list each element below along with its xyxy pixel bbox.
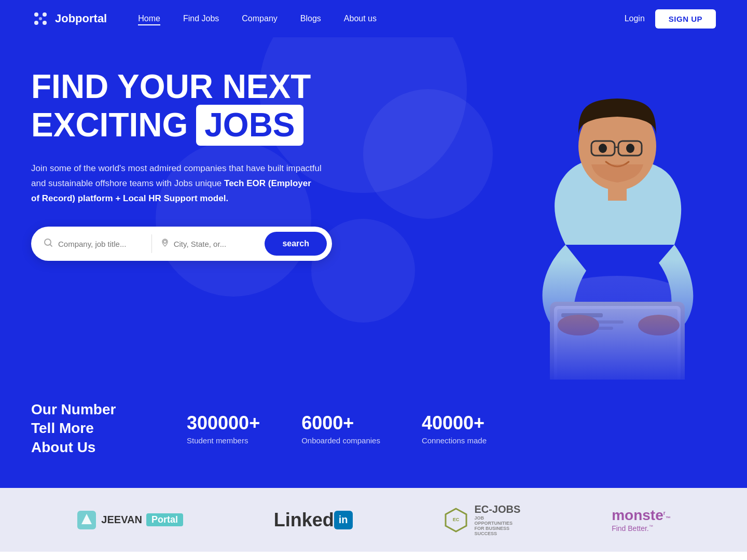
stat-connections-value: 40000+ bbox=[422, 412, 487, 434]
partners-section: JEEVAN Portal Linked in EC EC-JOBS JOB O… bbox=[0, 488, 747, 552]
svg-line-6 bbox=[50, 244, 52, 246]
hero-title-line1: FIND YOUR NEXT bbox=[31, 68, 394, 105]
stat-companies-label: Onboarded companies bbox=[301, 436, 380, 445]
hero-description: Join some of the world's most admired co… bbox=[31, 161, 322, 206]
search-divider bbox=[151, 234, 152, 253]
stats-items: 300000+ Student members 6000+ Onboarded … bbox=[187, 412, 487, 445]
jobs-badge: JOBS bbox=[196, 105, 303, 145]
logo-icon bbox=[31, 9, 50, 28]
search-button[interactable]: search bbox=[265, 232, 327, 256]
ecjobs-partner-logo: EC EC-JOBS JOB OPPORTUNITIES FOR BUSINES… bbox=[443, 503, 521, 536]
svg-point-1 bbox=[43, 12, 47, 17]
svg-rect-25 bbox=[482, 79, 742, 380]
nav-links: Home Find Jobs Company Blogs About us bbox=[138, 14, 624, 23]
brand-logo[interactable]: Jobportal bbox=[31, 9, 107, 28]
svg-point-0 bbox=[34, 12, 38, 17]
hero-title-exciting: EXCITING bbox=[31, 107, 188, 143]
nav-home[interactable]: Home bbox=[138, 14, 160, 23]
hero-title-line2: EXCITING JOBS bbox=[31, 105, 394, 145]
hero-title: FIND YOUR NEXT EXCITING JOBS bbox=[31, 68, 394, 146]
jeevan-partner-logo: JEEVAN Portal bbox=[76, 510, 183, 530]
jeevan-portal-badge: Portal bbox=[146, 513, 183, 526]
nav-find-jobs[interactable]: Find Jobs bbox=[183, 14, 219, 23]
signup-button[interactable]: SIGN UP bbox=[655, 9, 716, 29]
nav-actions: Login SIGN UP bbox=[625, 9, 716, 29]
svg-point-3 bbox=[43, 21, 47, 25]
monster-partner-logo: monster™ Find Better.™ bbox=[612, 507, 670, 533]
jeevan-text: JEEVAN bbox=[101, 514, 142, 526]
hero-person-image bbox=[477, 68, 747, 380]
nav-blogs[interactable]: Blogs bbox=[300, 14, 321, 23]
explore-section: Explore by Category Explore all category… bbox=[0, 552, 747, 560]
stat-students-value: 300000+ bbox=[187, 412, 260, 434]
svg-point-2 bbox=[34, 21, 38, 25]
job-search-field bbox=[44, 238, 143, 250]
ecjobs-text-block: EC-JOBS JOB OPPORTUNITIES FOR BUSINESS S… bbox=[474, 503, 521, 536]
svg-point-7 bbox=[163, 240, 167, 243]
svg-point-4 bbox=[39, 17, 42, 20]
svg-text:EC: EC bbox=[453, 517, 460, 522]
stat-students: 300000+ Student members bbox=[187, 412, 260, 445]
location-search-field bbox=[160, 238, 260, 250]
stat-companies-value: 6000+ bbox=[301, 412, 380, 434]
location-search-input[interactable] bbox=[174, 240, 260, 248]
nav-about-us[interactable]: About us bbox=[344, 14, 377, 23]
brand-name: Jobportal bbox=[55, 12, 107, 25]
navbar: Jobportal Home Find Jobs Company Blogs A… bbox=[0, 0, 747, 37]
person-svg bbox=[482, 79, 742, 380]
linkedin-partner-logo: Linked in bbox=[274, 509, 353, 531]
monster-logo-text: monster™ Find Better.™ bbox=[612, 507, 670, 533]
hero-content: FIND YOUR NEXT EXCITING JOBS Join some o… bbox=[31, 68, 394, 261]
stat-companies: 6000+ Onboarded companies bbox=[301, 412, 380, 445]
login-button[interactable]: Login bbox=[625, 14, 645, 23]
stats-bar: Our Number Tell More About Us 300000+ St… bbox=[0, 380, 747, 488]
search-bar: search bbox=[31, 227, 332, 261]
ecjobs-icon: EC bbox=[443, 507, 469, 533]
stat-connections-label: Connections made bbox=[422, 436, 487, 445]
job-search-input[interactable] bbox=[58, 240, 143, 248]
linkedin-text: Linked bbox=[274, 509, 334, 531]
stat-students-label: Student members bbox=[187, 436, 260, 445]
nav-company[interactable]: Company bbox=[242, 14, 277, 23]
hero-section: FIND YOUR NEXT EXCITING JOBS Join some o… bbox=[0, 37, 747, 380]
location-icon bbox=[160, 238, 170, 250]
linkedin-in-badge: in bbox=[334, 511, 353, 529]
stat-connections: 40000+ Connections made bbox=[422, 412, 487, 445]
search-icon bbox=[44, 238, 53, 250]
jeevan-icon bbox=[76, 510, 97, 530]
stats-heading: Our Number Tell More About Us bbox=[31, 400, 135, 457]
